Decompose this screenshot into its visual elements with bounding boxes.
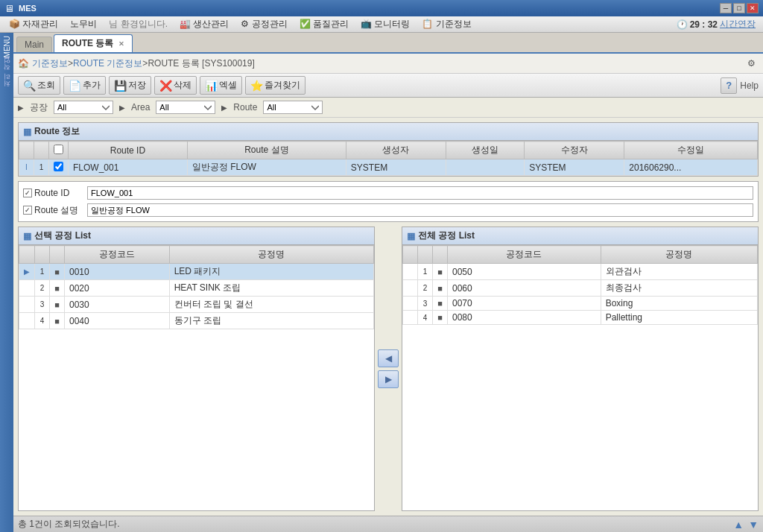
row-check[interactable]: ■ — [433, 297, 448, 311]
excel-button[interactable]: 📊 엑셀 — [200, 76, 242, 95]
clock-label[interactable]: 시간연장 — [720, 18, 756, 31]
route-desc-cell[interactable]: 일반공정 FLOW — [187, 159, 346, 176]
app-title: MES — [19, 4, 37, 13]
list-item[interactable]: 4 ■ 0040 동기구 조립 — [19, 313, 374, 329]
col-marker — [34, 142, 49, 159]
status-bar: 총 1건이 조회되었습니다. ▲ ▼ — [13, 516, 763, 532]
add-icon: 📄 — [69, 80, 81, 92]
route-id-checkbox[interactable] — [23, 189, 32, 197]
area-select[interactable]: All — [156, 101, 215, 114]
process-name-cell: 외관검사 — [601, 264, 757, 280]
route-id-cell[interactable]: FLOW_001 — [69, 159, 188, 176]
scroll-down-button[interactable]: ▼ — [748, 519, 759, 531]
col-creator: 생성자 — [346, 142, 446, 159]
process-code-cell[interactable]: 0020 — [65, 280, 170, 297]
tab-main[interactable]: Main — [16, 37, 52, 52]
sidebar-label: MENU — [1, 33, 13, 60]
route-desc-input[interactable] — [87, 203, 753, 217]
route-info-header: ▦ Route 정보 — [19, 123, 758, 141]
row-marker — [19, 280, 35, 297]
menu-standard[interactable]: 📋 기준정보 — [416, 16, 477, 32]
favorite-button[interactable]: ⭐ 즐겨찾기 — [245, 76, 305, 95]
row-marker: ▶ — [19, 264, 35, 280]
process-code-cell[interactable]: 0010 — [65, 264, 170, 280]
col-rownum — [19, 142, 34, 159]
add-button[interactable]: 📄 추가 — [63, 76, 106, 95]
route-desc-checkbox[interactable] — [23, 206, 32, 215]
list-item[interactable]: 2 ■ 0060 최종검사 — [403, 280, 758, 297]
menu-manpower[interactable]: 노무비 — [64, 16, 103, 32]
row-marker — [19, 313, 35, 329]
list-item[interactable]: 4 ■ 0080 Palletting — [403, 311, 758, 325]
filter-bar: ▶ 공장 All ▶ Area All ▶ Route All — [13, 98, 763, 118]
selected-process-header: ▦ 선택 공정 List — [19, 227, 374, 245]
row-marker — [403, 311, 418, 325]
route-id-input[interactable] — [87, 186, 753, 200]
row-num: 3 — [35, 297, 50, 313]
row-num: 3 — [418, 297, 433, 311]
breadcrumb-level1[interactable]: ROUTE 기준정보 — [73, 57, 142, 70]
main-content: Main ROUTE 등록 ✕ 🏠 기준정보 > ROUTE 기준정보 > RO… — [13, 33, 763, 532]
breadcrumb-icon: 🏠 — [18, 58, 29, 69]
all-process-table: 공정코드 공정명 1 ■ 0050 외관검사 2 ■ 0060 최종검사 3 ■… — [402, 245, 758, 325]
save-button[interactable]: 💾 저장 — [109, 76, 151, 95]
process-code-cell[interactable]: 0070 — [448, 297, 601, 311]
move-left-button[interactable]: ◀ — [378, 349, 399, 367]
status-right: ▲ ▼ — [733, 519, 759, 531]
move-right-button[interactable]: ▶ — [378, 370, 399, 388]
app-layout: MENU 작업 처리 Main ROUTE 등록 ✕ 🏠 기준정보 > ROUT… — [0, 33, 763, 532]
row-check[interactable]: ■ — [50, 264, 65, 280]
list-item[interactable]: 3 ■ 0070 Boxing — [403, 297, 758, 311]
form-panel: Route ID Route 설명 — [18, 181, 759, 222]
select-all-checkbox[interactable] — [54, 145, 63, 154]
table-row[interactable]: I 1 FLOW_001 일반공정 FLOW SYSTEM SYSTEM 201… — [19, 159, 758, 176]
page-settings-icon[interactable]: ⚙ — [744, 56, 759, 71]
save-icon: 💾 — [114, 80, 127, 92]
maximize-button[interactable]: □ — [733, 3, 745, 13]
process-code-cell[interactable]: 0030 — [65, 297, 170, 313]
close-button[interactable]: ✕ — [747, 3, 759, 13]
delete-button[interactable]: ❌ 삭제 — [154, 76, 197, 95]
process-code-cell[interactable]: 0060 — [448, 280, 601, 297]
menu-process[interactable]: ⚙ 공정관리 — [235, 16, 293, 32]
menu-quality[interactable]: ✅ 품질관리 — [294, 16, 355, 32]
route-table: Route ID Route 설명 생성자 생성일 수정자 수정일 I 1 FL… — [19, 141, 758, 176]
help-button[interactable]: ? — [721, 77, 737, 94]
list-item[interactable]: 2 ■ 0020 HEAT SINK 조립 — [19, 280, 374, 297]
list-item[interactable]: ▶ 1 ■ 0010 LED 패키지 — [19, 264, 374, 280]
list-item[interactable]: 1 ■ 0050 외관검사 — [403, 264, 758, 280]
route-info-panel: ▦ Route 정보 Route ID Route 설명 생성자 생성일 — [18, 122, 759, 177]
process-code-cell[interactable]: 0040 — [65, 313, 170, 329]
breadcrumb: 🏠 기준정보 > ROUTE 기준정보 > ROUTE 등록 [SYS10001… — [13, 54, 763, 74]
menu-production[interactable]: 🏭 생산관리 — [174, 16, 235, 32]
row-marker — [403, 280, 418, 297]
process-code-cell[interactable]: 0050 — [448, 264, 601, 280]
route-arrow: ▶ — [221, 104, 227, 112]
all-process-panel: ▦ 전체 공정 List 공정코드 — [402, 227, 759, 511]
search-button[interactable]: 🔍 조회 — [18, 76, 60, 95]
menu-asset[interactable]: 📦 자재관리 — [3, 16, 64, 32]
factory-select[interactable]: All — [54, 101, 113, 114]
col-route-id: Route ID — [69, 142, 188, 159]
route-select[interactable]: All — [263, 101, 323, 114]
row-check[interactable]: ■ — [433, 311, 448, 325]
tab-close-icon[interactable]: ✕ — [118, 40, 124, 48]
minimize-button[interactable]: ─ — [720, 3, 732, 13]
scroll-up-button[interactable]: ▲ — [733, 519, 744, 531]
row-check[interactable]: ■ — [50, 313, 65, 329]
process-code-cell[interactable]: 0080 — [448, 311, 601, 325]
row-check[interactable]: ■ — [50, 280, 65, 297]
menu-monitor[interactable]: 📺 모니터링 — [355, 16, 416, 32]
breadcrumb-root[interactable]: 기준정보 — [32, 57, 68, 70]
row-check[interactable] — [49, 159, 69, 176]
factory-label: 공장 — [30, 101, 48, 114]
row-check[interactable]: ■ — [50, 297, 65, 313]
row-check[interactable]: ■ — [433, 264, 448, 280]
modified-date-cell: 201606290... — [624, 159, 758, 176]
list-item[interactable]: 3 ■ 0030 컨버터 조립 및 결선 — [19, 297, 374, 313]
process-name-cell: Palletting — [601, 311, 757, 325]
tab-route[interactable]: ROUTE 등록 ✕ — [54, 34, 133, 52]
grid-icon: ▦ — [23, 127, 31, 137]
row-check[interactable]: ■ — [433, 280, 448, 297]
route-id-label: Route ID — [23, 188, 83, 198]
